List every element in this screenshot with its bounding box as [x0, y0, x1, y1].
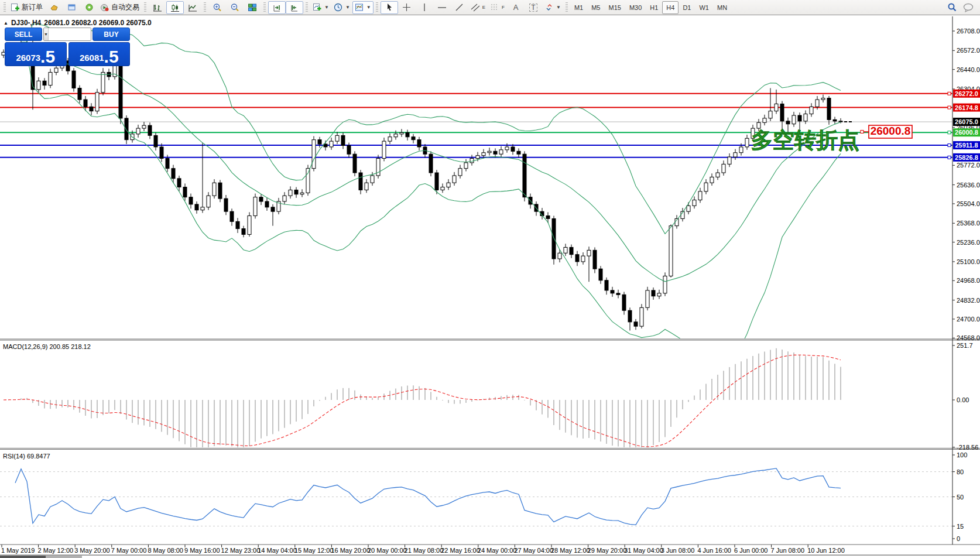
timeframe-button-m5[interactable]: M5: [587, 1, 604, 14]
candle-body: [400, 132, 403, 133]
timeframe-button-h1[interactable]: H1: [646, 1, 662, 14]
timeframe-button-w1[interactable]: W1: [695, 1, 713, 14]
price-axis-label: 25236.0: [957, 239, 980, 246]
search-icon[interactable]: [947, 2, 957, 12]
time-axis-label: 8 May 08:00: [148, 547, 183, 554]
timeframe-button-m1[interactable]: M1: [570, 1, 587, 14]
candle-body: [780, 104, 784, 121]
rsi-axis-label: 0: [957, 535, 960, 542]
candle-body: [429, 154, 433, 173]
fibonacci-letter: F: [502, 5, 505, 10]
timeframe-button-d1[interactable]: D1: [679, 1, 695, 14]
candle-body: [786, 121, 790, 124]
candle-body: [259, 197, 263, 201]
fibonacci-tool-button[interactable]: F: [488, 1, 507, 14]
auto-scroll-button[interactable]: [268, 1, 286, 14]
price-tag-label: 26000.8: [955, 129, 978, 136]
buy-button[interactable]: BUY: [92, 28, 130, 41]
volume-decrease-button[interactable]: ▼: [44, 28, 49, 40]
volume-spinner: ▼ ▲: [43, 28, 91, 41]
dropdown-caret-icon: ▼: [366, 5, 371, 10]
rsi-indicator-label: RSI(14) 69.8477: [3, 453, 50, 460]
candle-body: [769, 111, 772, 118]
candle-body: [739, 147, 743, 153]
indicators-button[interactable]: ▼: [352, 1, 374, 14]
line-handle[interactable]: [948, 156, 951, 159]
candle-body: [394, 134, 398, 137]
market-watch-button[interactable]: [63, 1, 80, 14]
zoom-out-button[interactable]: [226, 1, 244, 14]
timeframe-button-m30[interactable]: M30: [625, 1, 646, 14]
chat-icon[interactable]: [963, 3, 974, 12]
cursor-tool-button[interactable]: [381, 1, 398, 14]
buy-price-box[interactable]: 26081 .5: [68, 42, 131, 66]
new-order-button[interactable]: 新订单: [8, 1, 45, 14]
horizontal-line-tool-button[interactable]: [433, 1, 451, 14]
bar-chart-button[interactable]: [149, 1, 166, 14]
arrows-tool-button[interactable]: ▼: [542, 1, 563, 14]
bollinger-lower-band: [9, 54, 841, 361]
candlestick-chart-button[interactable]: [166, 1, 184, 14]
candle-body: [78, 88, 81, 100]
vertical-line-tool-button[interactable]: [416, 1, 433, 14]
sell-price-box[interactable]: 26073 .5: [5, 42, 67, 66]
label-tool-button[interactable]: T: [525, 1, 542, 14]
crosshair-tool-button[interactable]: [398, 1, 416, 14]
toolbar-grip[interactable]: [376, 2, 378, 13]
candle-body: [417, 140, 421, 147]
candle-body: [230, 211, 234, 221]
crosshair-icon: [402, 3, 411, 12]
toolbar-grip[interactable]: [204, 2, 206, 13]
toolbar-grip[interactable]: [566, 2, 568, 13]
trendline-tool-button[interactable]: [451, 1, 468, 14]
line-handle[interactable]: [948, 144, 951, 147]
label-tool-icon: T: [529, 4, 537, 12]
candle-body: [172, 169, 175, 179]
candle-body: [306, 169, 310, 193]
line-handle[interactable]: [948, 92, 951, 95]
candle-body: [464, 163, 468, 169]
candle-body: [253, 197, 257, 216]
candle-body: [523, 154, 526, 197]
chart-canvas[interactable]: 多空转折点26000.8MACD(12,26,9) 200.85 218.12R…: [0, 15, 980, 558]
toolbar-grip[interactable]: [4, 2, 6, 13]
toolbar-grip[interactable]: [306, 2, 308, 13]
volume-input[interactable]: [49, 28, 91, 40]
autotrade-icon: [100, 3, 109, 12]
line-handle[interactable]: [948, 106, 951, 109]
tile-windows-button[interactable]: [244, 1, 261, 14]
timeframe-button-mn[interactable]: MN: [713, 1, 731, 14]
collapse-triangle-icon[interactable]: ▲: [4, 20, 8, 26]
candle-body: [505, 147, 509, 150]
channel-tool-button[interactable]: E: [468, 1, 488, 14]
line-chart-button[interactable]: [184, 1, 201, 14]
data-feed-button[interactable]: [80, 1, 98, 14]
toolbar-grip[interactable]: [263, 2, 266, 13]
timeframe-button-m15[interactable]: M15: [604, 1, 625, 14]
candle-body: [136, 128, 140, 134]
price-axis-label: 24568.0: [957, 334, 980, 341]
candle-body: [84, 100, 87, 107]
candle-body: [435, 173, 438, 190]
periods-button[interactable]: ▼: [331, 1, 352, 14]
candle-body: [312, 140, 316, 169]
turning-point-annotation: 多空转折点: [751, 128, 859, 152]
price-tag-label: 26174.8: [955, 104, 978, 111]
zoom-in-button[interactable]: [208, 1, 226, 14]
toolbar-grip[interactable]: [144, 2, 146, 13]
tile-windows-icon: [248, 3, 257, 12]
candle-body: [218, 183, 222, 198]
line-handle[interactable]: [948, 131, 951, 134]
chart-shift-button[interactable]: [286, 1, 303, 14]
text-tool-button[interactable]: A: [507, 1, 525, 14]
sell-button[interactable]: SELL: [5, 28, 42, 41]
timeframe-toolbar: M1M5M15M30H1H4D1W1MN: [570, 1, 731, 14]
autotrade-button[interactable]: 自动交易: [98, 1, 142, 14]
hscroll-track[interactable]: [46, 556, 82, 558]
new-chart-button[interactable]: ▼: [310, 1, 331, 14]
macd-signal-line: [4, 355, 841, 447]
candle-body: [37, 81, 40, 90]
timeframe-button-h4[interactable]: H4: [662, 1, 679, 14]
profiles-button[interactable]: [45, 1, 63, 14]
hscroll-thumb[interactable]: [0, 556, 46, 558]
